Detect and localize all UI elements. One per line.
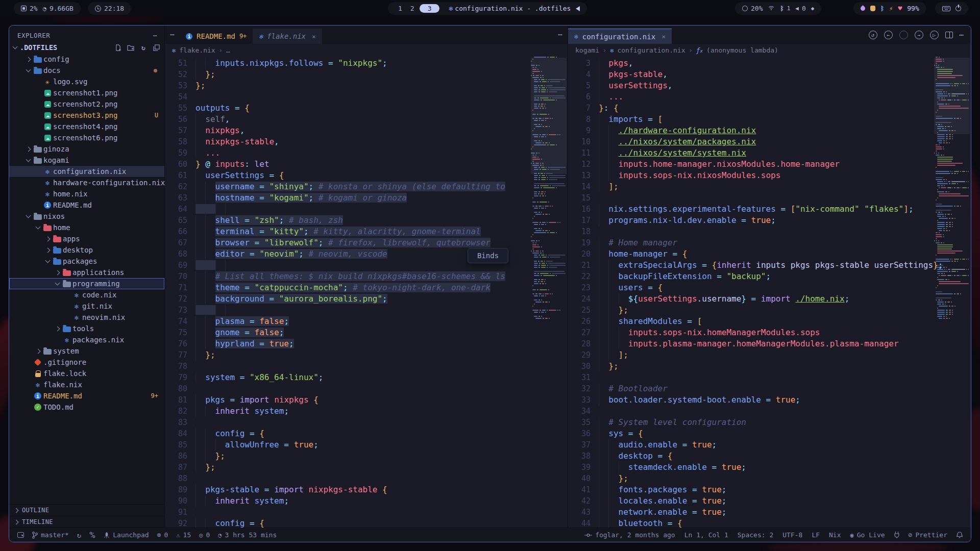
tree-item-neovim-nix[interactable]: ✻neovim.nix	[9, 312, 164, 323]
folder-icon	[34, 147, 42, 153]
collapse-all-icon[interactable]	[152, 43, 160, 52]
left-code-editor[interactable]: 51 inputs.nixpkgs.follows = "nixpkgs";52…	[165, 57, 568, 528]
close-icon[interactable]: ×	[662, 33, 666, 40]
status-item-nix[interactable]: Nix	[829, 531, 841, 539]
close-icon[interactable]: ×	[312, 33, 316, 40]
run-icon[interactable]: ▷	[930, 31, 939, 39]
more-actions-icon[interactable]: ⋯	[960, 31, 964, 39]
tree-item-screenshot4-png[interactable]: screenshot4.png	[9, 121, 164, 132]
tree-item-flake-lock[interactable]: flake.lock	[9, 368, 164, 379]
status-item-lf[interactable]: LF	[812, 531, 820, 539]
tree-item-logo-svg[interactable]: ✳logo.svg	[9, 76, 164, 87]
breadcrumb-item[interactable]: (anonymous lambda)	[706, 46, 778, 54]
tree-item-configuration-nix[interactable]: ✻configuration.nix	[9, 166, 164, 177]
tab-configuration-nix[interactable]: ✻ configuration.nix ×	[568, 29, 672, 44]
new-folder-icon[interactable]	[127, 43, 135, 52]
status-item-prettier[interactable]: ⊘Prettier	[909, 531, 947, 539]
timeline-section[interactable]: TIMELINE	[9, 516, 164, 528]
tree-item-applications[interactable]: applications	[9, 267, 164, 278]
tree-item-screenshot3-png[interactable]: screenshot3.pngU	[9, 110, 164, 121]
image-file-icon	[44, 112, 51, 119]
tree-item-readme-md[interactable]: iREADME.md9+	[9, 390, 164, 402]
forward-icon[interactable]: →	[915, 31, 923, 39]
tab-readme[interactable]: i README.md 9+	[180, 29, 253, 44]
clock-pill[interactable]: 22:18	[88, 2, 131, 15]
status-item-foglar[interactable]: foglar, 2 months ago	[584, 531, 675, 539]
system-stats-pill[interactable]: 2% ◔ 9.66GB	[14, 2, 81, 15]
chevron-down-icon	[13, 44, 18, 49]
tree-item-screenshot6-png[interactable]: screenshot6.png	[9, 132, 164, 143]
tree-item-flake-nix[interactable]: ✻flake.nix	[9, 379, 164, 390]
status-item-master-[interactable]: master*	[32, 531, 69, 539]
tree-item-config[interactable]: config	[9, 54, 164, 65]
svg-file-icon: ✳	[45, 79, 50, 85]
send-icon	[576, 6, 580, 11]
tree-item-screenshot1-png[interactable]: screenshot1.png	[9, 87, 164, 98]
breadcrumb-item[interactable]: …	[226, 46, 230, 54]
tree-item-code-nix[interactable]: ✻code.nix	[9, 289, 164, 300]
status-item-go-live[interactable]: ◉Go Live	[850, 531, 885, 539]
history-icon[interactable]: ↺	[869, 31, 877, 39]
workspace-3-active[interactable]: 3	[420, 4, 440, 13]
tree-item-home-nix[interactable]: ✻home.nix	[9, 188, 164, 199]
tray-power-pill[interactable]	[935, 2, 968, 15]
tab-overflow-icon[interactable]: ⋯	[165, 30, 180, 39]
tree-item-home[interactable]: home	[9, 222, 164, 233]
tree-item-nixos[interactable]: nixos	[9, 211, 164, 222]
tree-item-docs[interactable]: docs	[9, 65, 164, 76]
tree-item-ginoza[interactable]: ginoza	[9, 143, 164, 155]
tree-item-git-nix[interactable]: ✻git.nix	[9, 300, 164, 312]
tray-status-pill[interactable]: 20% ᛒ 1 ◀ 0 ◆	[735, 2, 821, 15]
new-file-icon[interactable]	[114, 43, 122, 52]
right-breadcrumb[interactable]: kogami › ✻ configuration.nix › ƒx (anony…	[568, 44, 971, 57]
status-item-3-hrs-53-mins[interactable]: ◔3 hrs 53 mins	[218, 531, 277, 539]
tree-item-readme-md[interactable]: iREADME.md	[9, 199, 164, 211]
tree-item-packages-nix[interactable]: ✻packages.nix	[9, 334, 164, 345]
status-item-ln-1[interactable]: Ln 1, Col 1	[684, 531, 728, 539]
outline-section[interactable]: OUTLINE	[9, 504, 164, 516]
code-line: 36 sys = {	[568, 428, 971, 439]
split-editor-icon[interactable]	[945, 32, 953, 38]
status-item-sync-icon[interactable]: ↻	[77, 531, 81, 539]
status-item-utf-8[interactable]: UTF-8	[782, 531, 802, 539]
tree-item-programming[interactable]: programming	[9, 278, 164, 289]
status-item-bell-icon[interactable]	[957, 532, 963, 538]
editor-actions-more-icon[interactable]: ⋯	[553, 30, 568, 39]
workspace-1[interactable]: 1	[395, 5, 405, 12]
breadcrumb-item[interactable]: configuration.nix	[617, 46, 685, 54]
status-item-launchpad[interactable]: Launchpad	[104, 531, 149, 539]
tree-item-packages[interactable]: packages	[9, 256, 164, 267]
status-item-remote-icon[interactable]	[17, 532, 24, 538]
breadcrumb-item[interactable]: kogami	[575, 46, 599, 54]
bluetooth-device-icon: ᛒ	[780, 5, 783, 12]
tree-item-system[interactable]: system	[9, 345, 164, 357]
tree-item-apps[interactable]: apps	[9, 233, 164, 244]
tree-item--gitignore[interactable]: .gitignore	[9, 357, 164, 368]
status-item-plug-icon[interactable]	[894, 532, 899, 538]
tree-item-kogami[interactable]: kogami	[9, 155, 164, 166]
explorer-root-folder[interactable]: .DOTFILES ↻	[9, 41, 164, 54]
right-code-editor[interactable]: 3 pkgs,4 pkgs-stable,5 userSettings,6 ..…	[568, 57, 971, 528]
nix-file-icon: ✻	[36, 382, 40, 388]
tab-flake-nix[interactable]: ✻ flake.nix ×	[253, 29, 322, 44]
status-item-15[interactable]: ⚠15	[176, 531, 191, 539]
code-line: 54	[165, 91, 568, 103]
refresh-icon[interactable]: ↻	[139, 43, 148, 52]
circle-icon[interactable]	[899, 31, 908, 39]
status-item-compare-icon[interactable]	[89, 532, 95, 538]
status-item-0[interactable]: ⊗0	[157, 531, 168, 539]
tree-item-desktop[interactable]: desktop	[9, 244, 164, 256]
tree-item-screenshot2-png[interactable]: screenshot2.png	[9, 98, 164, 110]
status-item-0[interactable]: ◎0	[199, 531, 210, 539]
left-breadcrumb[interactable]: ✻ flake.nix › …	[165, 44, 568, 57]
tree-item-tools[interactable]: tools	[9, 323, 164, 334]
status-item-spaces-2[interactable]: Spaces: 2	[738, 531, 773, 539]
back-icon[interactable]: ←	[884, 31, 893, 39]
tray-devices-pill[interactable]: ᛒ ⚡ ♥ 99%	[853, 2, 926, 15]
code-line: 70 # List all themes: $ nix build nixpkg…	[165, 271, 568, 282]
tree-item-todo-md[interactable]: ✓TODO.md	[9, 402, 164, 413]
workspace-2[interactable]: 2	[407, 5, 418, 12]
tree-item-hardware-configuration-nix[interactable]: ✻hardware-configuration.nix	[9, 177, 164, 188]
breadcrumb-item[interactable]: flake.nix	[179, 46, 215, 54]
explorer-more-icon[interactable]: ⋯	[153, 32, 157, 39]
